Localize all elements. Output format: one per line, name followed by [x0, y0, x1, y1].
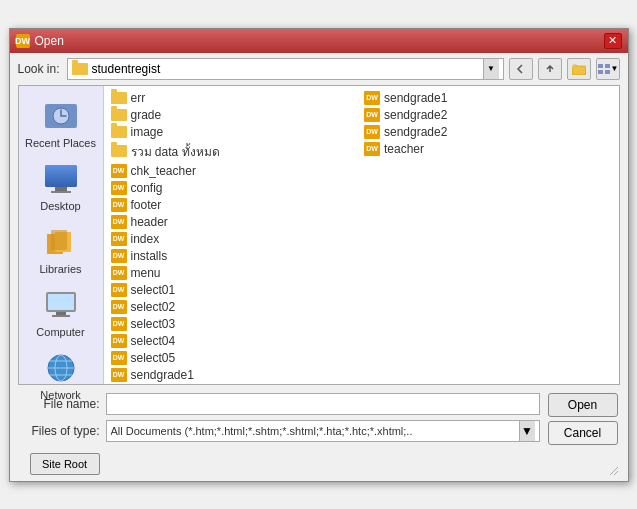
app-icon: DW	[16, 34, 30, 48]
view-button[interactable]: ▼	[596, 58, 620, 80]
desktop-icon	[43, 161, 79, 197]
file-item-name: index	[131, 232, 160, 246]
list-item[interactable]: DWteacher	[361, 141, 615, 157]
svg-rect-11	[51, 191, 71, 193]
list-item[interactable]: DWsendgrade2	[361, 124, 615, 140]
file-icon-small: DW	[111, 215, 127, 229]
file-item-name: sendgrade2	[384, 108, 447, 122]
file-icon-small: DW	[364, 142, 380, 156]
file-name-row: File name:	[20, 393, 540, 415]
file-item-name: select02	[131, 300, 176, 314]
back-button[interactable]	[509, 58, 533, 80]
file-item-name: teacher	[384, 142, 424, 156]
sidebar-item-computer[interactable]: Computer	[23, 283, 98, 342]
libraries-label: Libraries	[39, 263, 81, 275]
file-icon-small: DW	[364, 108, 380, 122]
list-item[interactable]: DWselect02	[108, 299, 362, 315]
site-root-button[interactable]: Site Root	[30, 453, 100, 475]
sidebar-item-desktop[interactable]: Desktop	[23, 157, 98, 216]
file-type-value: All Documents (*.htm;*.html;*.shtm;*.sht…	[111, 425, 519, 437]
file-item-name: menu	[131, 266, 161, 280]
sidebar: Recent Places Desktop	[19, 86, 104, 384]
file-type-arrow[interactable]: ▼	[519, 421, 535, 441]
file-name-label: File name:	[20, 397, 100, 411]
look-in-combo[interactable]: studentregist ▼	[67, 58, 504, 80]
file-list: errgradeimageรวม data ทั้งหมดDWchk_teach…	[104, 86, 619, 384]
file-icon-small: DW	[364, 125, 380, 139]
list-item[interactable]: DWchk_teacher	[108, 163, 362, 179]
current-folder-text: studentregist	[92, 62, 479, 76]
list-item[interactable]: รวม data ทั้งหมด	[108, 141, 362, 162]
svg-rect-14	[51, 230, 67, 250]
file-icon-small: DW	[111, 317, 127, 331]
new-folder-button[interactable]	[567, 58, 591, 80]
file-type-row: Files of type: All Documents (*.htm;*.ht…	[20, 420, 540, 442]
list-item[interactable]: DWinstalls	[108, 248, 362, 264]
svg-rect-4	[598, 70, 603, 74]
folder-icon-small	[111, 92, 127, 104]
cancel-button[interactable]: Cancel	[548, 421, 618, 445]
list-item[interactable]: DWheader	[108, 214, 362, 230]
file-icon-small: DW	[111, 266, 127, 280]
list-item[interactable]: DWmenu	[108, 265, 362, 281]
file-item-name: select04	[131, 334, 176, 348]
file-icon-small: DW	[111, 351, 127, 365]
computer-label: Computer	[36, 326, 84, 338]
file-item-name: select01	[131, 283, 176, 297]
sidebar-item-libraries[interactable]: Libraries	[23, 220, 98, 279]
file-item-name: image	[131, 125, 164, 139]
file-item-name: sendgrade1	[384, 91, 447, 105]
combo-arrow[interactable]: ▼	[483, 59, 499, 79]
up-button[interactable]	[538, 58, 562, 80]
file-item-name: header	[131, 215, 168, 229]
close-button[interactable]: ✕	[604, 33, 622, 49]
svg-rect-1	[572, 66, 577, 69]
svg-line-24	[610, 467, 618, 475]
list-item[interactable]: err	[108, 90, 362, 106]
network-icon	[43, 350, 79, 386]
bottom-forms: File name: Files of type: All Documents …	[20, 393, 540, 447]
file-icon-small: DW	[111, 283, 127, 297]
list-item[interactable]: DWsendgrade1	[108, 367, 362, 383]
file-name-input[interactable]	[106, 393, 540, 415]
file-type-combo[interactable]: All Documents (*.htm;*.html;*.shtm;*.sht…	[106, 420, 540, 442]
list-item[interactable]: image	[108, 124, 362, 140]
folder-icon-small	[111, 109, 127, 121]
file-icon-small: DW	[111, 198, 127, 212]
file-item-name: err	[131, 91, 146, 105]
list-item[interactable]: DWselect04	[108, 333, 362, 349]
folder-icon-small	[111, 145, 127, 157]
file-icon-small: DW	[111, 249, 127, 263]
list-item[interactable]: DWsendgrade2	[361, 107, 615, 123]
list-item[interactable]: DWindex	[108, 231, 362, 247]
file-item-name: select05	[131, 351, 176, 365]
list-item[interactable]: DWfooter	[108, 197, 362, 213]
dialog-title: Open	[35, 34, 64, 48]
recent-places-label: Recent Places	[25, 137, 96, 149]
svg-line-25	[614, 471, 618, 475]
file-icon-small: DW	[111, 181, 127, 195]
open-dialog: DW Open ✕ Look in: studentregist ▼	[9, 28, 629, 482]
file-item-name: config	[131, 181, 163, 195]
resize-grip	[606, 463, 618, 475]
list-item[interactable]: grade	[108, 107, 362, 123]
svg-rect-2	[598, 64, 603, 68]
open-button[interactable]: Open	[548, 393, 618, 417]
file-item-name: installs	[131, 249, 168, 263]
file-item-name: select03	[131, 317, 176, 331]
list-item[interactable]: DWselect01	[108, 282, 362, 298]
file-icon-small: DW	[111, 334, 127, 348]
bottom-footer: Site Root	[20, 447, 618, 475]
folder-icon	[72, 63, 88, 75]
list-item[interactable]: DWselect05	[108, 350, 362, 366]
list-item[interactable]: DWconfig	[108, 180, 362, 196]
list-item[interactable]: DWsendgrade1	[361, 90, 615, 106]
buttons-col: Open Cancel	[548, 393, 618, 445]
file-columns: errgradeimageรวม data ทั้งหมดDWchk_teach…	[108, 90, 615, 380]
list-item[interactable]: DWselect03	[108, 316, 362, 332]
desktop-label: Desktop	[40, 200, 80, 212]
folder-icon-small	[111, 126, 127, 138]
sidebar-item-recent-places[interactable]: Recent Places	[23, 94, 98, 153]
svg-rect-9	[45, 165, 77, 187]
file-col-1: errgradeimageรวม data ทั้งหมดDWchk_teach…	[108, 90, 362, 380]
